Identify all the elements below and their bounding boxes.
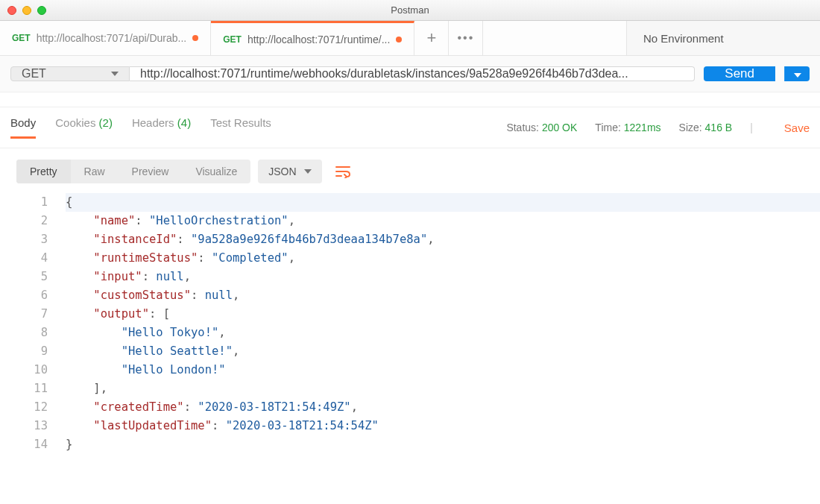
chevron-down-icon bbox=[304, 169, 312, 174]
http-method-label: GET bbox=[22, 67, 46, 81]
chevron-down-icon bbox=[794, 73, 801, 78]
send-button[interactable]: Send bbox=[704, 66, 775, 81]
view-preview[interactable]: Preview bbox=[119, 160, 183, 183]
view-visualize[interactable]: Visualize bbox=[182, 160, 250, 183]
spacer bbox=[0, 92, 820, 107]
save-response-button[interactable]: Save bbox=[784, 122, 810, 134]
response-toolbar: Body Cookies (2) Headers (4) Test Result… bbox=[0, 107, 820, 148]
new-tab-button[interactable]: + bbox=[414, 21, 449, 55]
line-gutter: 1234567891011121314 bbox=[0, 193, 66, 454]
environment-label: No Environment bbox=[643, 32, 724, 45]
tab-method: GET bbox=[223, 34, 242, 45]
format-label: JSON bbox=[268, 166, 296, 177]
tab-method: GET bbox=[12, 33, 31, 43]
tab-label: http://localhost:7071/api/Durab... bbox=[37, 32, 187, 44]
tab-cookies[interactable]: Cookies (2) bbox=[55, 116, 113, 139]
view-pretty[interactable]: Pretty bbox=[16, 160, 71, 183]
code-source: { "name": "HelloOrchestration", "instanc… bbox=[66, 193, 820, 454]
response-body[interactable]: 1234567891011121314 { "name": "HelloOrch… bbox=[0, 192, 820, 462]
environment-selector[interactable]: No Environment bbox=[626, 21, 820, 55]
tab-body[interactable]: Body bbox=[10, 116, 36, 139]
request-tabbar: GET http://localhost:7071/api/Durab... G… bbox=[0, 21, 820, 56]
view-raw[interactable]: Raw bbox=[71, 160, 119, 183]
size-label: Size: 416 B bbox=[679, 122, 733, 133]
response-stats: Status: 200 OK Time: 1221ms Size: 416 B … bbox=[506, 122, 810, 134]
window-title: Postman bbox=[0, 4, 820, 16]
tab-request-0[interactable]: GET http://localhost:7071/api/Durab... bbox=[0, 21, 211, 55]
unsaved-dot-icon bbox=[396, 37, 402, 42]
format-select[interactable]: JSON bbox=[258, 160, 321, 183]
url-input[interactable]: http://localhost:7071/runtime/webhooks/d… bbox=[130, 66, 695, 81]
tab-headers[interactable]: Headers (4) bbox=[132, 116, 191, 139]
tab-label: http://localhost:7071/runtime/... bbox=[247, 34, 390, 45]
status-label: Status: 200 OK bbox=[506, 122, 577, 133]
tab-request-1[interactable]: GET http://localhost:7071/runtime/... bbox=[211, 21, 414, 55]
response-tabs: Body Cookies (2) Headers (4) Test Result… bbox=[10, 116, 271, 139]
time-label: Time: 1221ms bbox=[595, 122, 660, 133]
request-row: GET http://localhost:7071/runtime/webhoo… bbox=[0, 56, 820, 92]
http-method-select[interactable]: GET bbox=[10, 66, 130, 81]
tab-options-button[interactable]: ••• bbox=[449, 21, 483, 55]
send-options-button[interactable] bbox=[784, 66, 810, 81]
url-value: http://localhost:7071/runtime/webhooks/d… bbox=[140, 67, 628, 81]
chevron-down-icon bbox=[111, 72, 119, 76]
tab-test-results[interactable]: Test Results bbox=[210, 116, 271, 139]
view-toolbar: Pretty Raw Preview Visualize JSON bbox=[0, 148, 820, 192]
unsaved-dot-icon bbox=[192, 35, 198, 41]
wrap-icon bbox=[335, 165, 350, 178]
body-view-tabs: Pretty Raw Preview Visualize bbox=[16, 160, 250, 183]
wrap-lines-button[interactable] bbox=[329, 159, 356, 184]
window-titlebar: Postman bbox=[0, 0, 820, 21]
